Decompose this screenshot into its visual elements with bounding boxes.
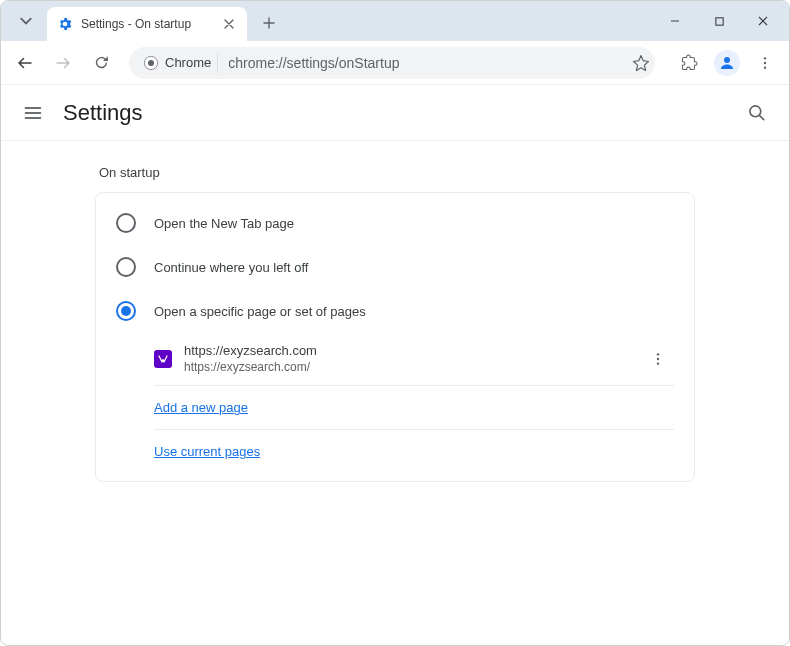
page-entry-url: https://exyzsearch.com/ xyxy=(184,360,630,376)
new-tab-button[interactable] xyxy=(255,9,283,37)
arrow-right-icon xyxy=(54,54,72,72)
svg-point-4 xyxy=(764,57,766,59)
menu-button[interactable] xyxy=(21,101,45,125)
extensions-button[interactable] xyxy=(673,47,705,79)
address-bar[interactable]: Chrome chrome://settings/onStartup xyxy=(129,47,655,79)
startup-card: Open the New Tab page Continue where you… xyxy=(95,192,695,482)
specific-pages-block: https://exyzsearch.com https://exyzsearc… xyxy=(96,333,694,473)
radio-icon xyxy=(116,301,136,321)
page-entry-title: https://exyzsearch.com xyxy=(184,343,630,360)
kebab-icon xyxy=(757,55,773,71)
radio-new-tab[interactable]: Open the New Tab page xyxy=(96,201,694,245)
puzzle-icon xyxy=(681,54,698,71)
kebab-icon xyxy=(650,351,666,367)
browser-tab[interactable]: Settings - On startup xyxy=(47,7,247,41)
radio-label: Continue where you left off xyxy=(154,260,308,275)
avatar-icon xyxy=(714,50,740,76)
settings-content: On startup Open the New Tab page Continu… xyxy=(1,141,789,645)
tab-search-button[interactable] xyxy=(11,6,41,36)
close-icon xyxy=(224,19,234,29)
back-button[interactable] xyxy=(9,47,41,79)
bookmark-button[interactable] xyxy=(625,47,657,79)
site-chip[interactable]: Chrome xyxy=(141,53,218,73)
arrow-left-icon xyxy=(16,54,34,72)
chrome-logo-icon xyxy=(143,55,159,71)
browser-toolbar: Chrome chrome://settings/onStartup xyxy=(1,41,789,85)
site-chip-text: Chrome xyxy=(165,55,211,70)
url-text: chrome://settings/onStartup xyxy=(228,55,399,71)
favicon-icon xyxy=(154,350,172,368)
radio-continue[interactable]: Continue where you left off xyxy=(96,245,694,289)
tab-title: Settings - On startup xyxy=(81,17,213,31)
svg-rect-0 xyxy=(715,17,722,24)
use-current-row: Use current pages xyxy=(154,430,674,473)
radio-specific-pages[interactable]: Open a specific page or set of pages xyxy=(96,289,694,333)
radio-icon xyxy=(116,213,136,233)
reload-icon xyxy=(93,54,110,71)
svg-point-3 xyxy=(724,57,730,63)
svg-point-8 xyxy=(657,353,659,355)
star-icon xyxy=(632,54,650,72)
section-heading: On startup xyxy=(95,165,695,180)
use-current-pages-link[interactable]: Use current pages xyxy=(154,444,260,459)
svg-point-9 xyxy=(657,358,659,360)
plus-icon xyxy=(263,17,275,29)
forward-button[interactable] xyxy=(47,47,79,79)
search-icon xyxy=(747,103,767,123)
profile-button[interactable] xyxy=(711,47,743,79)
close-icon xyxy=(757,15,769,27)
radio-icon xyxy=(116,257,136,277)
window-controls xyxy=(653,1,785,41)
title-bar: Settings - On startup xyxy=(1,1,789,41)
page-row-menu-button[interactable] xyxy=(642,343,674,375)
svg-point-5 xyxy=(764,61,766,63)
svg-point-6 xyxy=(764,66,766,68)
svg-point-10 xyxy=(657,363,659,365)
reload-button[interactable] xyxy=(85,47,117,79)
browser-menu-button[interactable] xyxy=(749,47,781,79)
minimize-icon xyxy=(669,15,681,27)
radio-label: Open the New Tab page xyxy=(154,216,294,231)
maximize-icon xyxy=(714,16,725,27)
radio-label: Open a specific page or set of pages xyxy=(154,304,366,319)
add-new-page-link[interactable]: Add a new page xyxy=(154,400,248,415)
search-settings-button[interactable] xyxy=(745,101,769,125)
chevron-down-icon xyxy=(20,15,32,27)
close-window-button[interactable] xyxy=(741,5,785,37)
maximize-button[interactable] xyxy=(697,5,741,37)
gear-icon xyxy=(57,16,73,32)
tab-close-button[interactable] xyxy=(221,16,237,32)
svg-point-2 xyxy=(148,60,154,66)
hamburger-icon xyxy=(23,103,43,123)
page-texts: https://exyzsearch.com https://exyzsearc… xyxy=(184,343,630,375)
page-title: Settings xyxy=(63,100,143,126)
add-page-row: Add a new page xyxy=(154,386,674,430)
minimize-button[interactable] xyxy=(653,5,697,37)
settings-header: Settings xyxy=(1,85,789,141)
browser-window: Settings - On startup xyxy=(0,0,790,646)
startup-page-row: https://exyzsearch.com https://exyzsearc… xyxy=(154,333,674,386)
